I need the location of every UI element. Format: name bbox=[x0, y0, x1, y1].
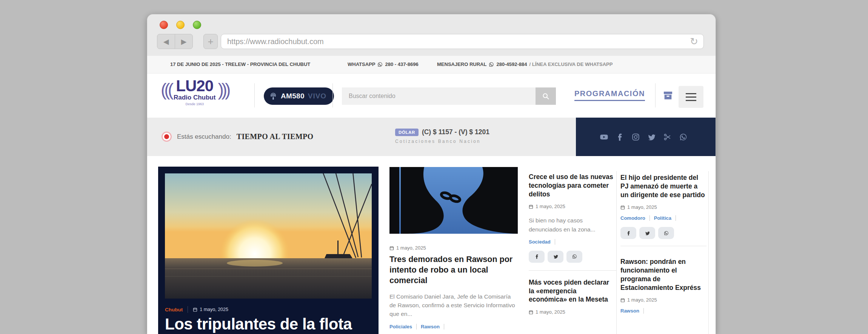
tag-link[interactable]: Rawson bbox=[620, 308, 639, 314]
whatsapp-contact: WHATSAPP 280 - 437-8696 bbox=[348, 61, 419, 67]
share-twitter-button[interactable] bbox=[639, 227, 655, 239]
twitter-icon bbox=[553, 254, 558, 259]
date-text: 1 mayo, 2025 bbox=[536, 204, 565, 209]
zoom-window-button[interactable] bbox=[193, 21, 201, 29]
browser-chrome: ◀ ▶ + https://www.radiochubut.com ↻ bbox=[147, 14, 716, 56]
calendar-icon bbox=[389, 246, 394, 250]
tag-link[interactable]: Política bbox=[654, 215, 671, 221]
share-whatsapp-button[interactable] bbox=[566, 251, 582, 263]
date-text: 1 mayo, 2025 bbox=[536, 309, 565, 315]
url-text: https://www.radiochubut.com bbox=[227, 37, 690, 46]
share-facebook-button[interactable] bbox=[529, 251, 545, 263]
featured-article-meta: Chubut 1 mayo, 2025 bbox=[165, 306, 228, 313]
calendar-icon bbox=[620, 298, 625, 302]
instagram-icon[interactable] bbox=[632, 133, 640, 141]
forward-button[interactable]: ▶ bbox=[175, 34, 193, 49]
station-label: AM580 bbox=[281, 92, 305, 100]
mensajero-number: 280-4592-884 bbox=[496, 61, 527, 67]
new-tab-button[interactable]: + bbox=[203, 34, 218, 49]
mensajero-label: MENSAJERO RURAL bbox=[437, 61, 486, 67]
address-bar[interactable]: https://www.radiochubut.com ↻ bbox=[221, 34, 704, 49]
podcast-icon bbox=[269, 92, 277, 100]
listening-label: Estás escuchando: bbox=[177, 133, 231, 141]
logo-tagline: Desde 1963 bbox=[174, 102, 215, 106]
article-title[interactable]: Rawson: pondrán en funcionamiento el pro… bbox=[620, 257, 706, 292]
calendar-icon bbox=[529, 310, 533, 314]
category-link[interactable]: Chubut bbox=[165, 307, 183, 313]
article-divider bbox=[529, 270, 616, 271]
date-location-text: 17 DE JUNIO DE 2025 - TRELEW - PROVINCIA… bbox=[170, 61, 310, 67]
dolar-widget: DÓLAR (C) $ 1157 - (V) $ 1201 Cotizacion… bbox=[395, 128, 489, 144]
facebook-icon bbox=[626, 231, 631, 236]
tag-link[interactable]: Policiales bbox=[389, 324, 412, 329]
tag-link[interactable]: Comodoro bbox=[620, 215, 645, 221]
tag-link[interactable]: Sociedad bbox=[529, 239, 551, 245]
article-column: El hijo del presidente del PJ amenazó de… bbox=[620, 173, 706, 314]
column-divider bbox=[708, 171, 709, 334]
article-date: 1 mayo, 2025 bbox=[529, 204, 616, 209]
facebook-icon bbox=[534, 254, 539, 259]
whatsapp-icon[interactable] bbox=[679, 133, 687, 141]
share-facebook-button[interactable] bbox=[620, 227, 636, 239]
reload-icon[interactable]: ↻ bbox=[690, 37, 698, 46]
site-logo[interactable]: ((( LU20 Radio Chubut Desde 1963 ))) bbox=[161, 79, 228, 106]
article-image[interactable] bbox=[389, 167, 518, 234]
article-tags: Sociedad bbox=[529, 239, 616, 245]
live-stream-button[interactable]: AM580 VIVO bbox=[264, 87, 334, 105]
minimize-window-button[interactable] bbox=[176, 21, 185, 29]
date-text: 1 mayo, 2025 bbox=[627, 204, 657, 210]
search-input[interactable] bbox=[342, 87, 536, 105]
article-excerpt: Si bien no hay casos denunciados en la z… bbox=[529, 216, 616, 234]
site-header: ((( LU20 Radio Chubut Desde 1963 ))) AM5… bbox=[147, 74, 716, 118]
article-title[interactable]: Crece el uso de las nuevas tecnologías p… bbox=[529, 173, 616, 198]
tag-divider bbox=[649, 215, 650, 221]
youtube-icon[interactable] bbox=[600, 133, 608, 141]
webpage: 17 DE JUNIO DE 2025 - TRELEW - PROVINCIA… bbox=[147, 56, 716, 334]
whatsapp-icon bbox=[572, 254, 577, 259]
dolar-value: (C) $ 1157 - (V) $ 1201 bbox=[422, 128, 489, 136]
article-title[interactable]: Tres demorados en Rawson por intento de … bbox=[389, 254, 518, 286]
now-playing: Estás escuchando: TIEMPO AL TIEMPO bbox=[162, 132, 314, 142]
tag-divider bbox=[643, 308, 644, 314]
share-buttons bbox=[529, 251, 616, 263]
article-tags: Policiales Rawson bbox=[389, 324, 518, 329]
menu-button[interactable] bbox=[679, 86, 703, 108]
archive-icon[interactable] bbox=[663, 90, 673, 101]
social-links bbox=[576, 118, 716, 156]
header-divider bbox=[254, 83, 255, 107]
article-title[interactable]: El hijo del presidente del PJ amenazó de… bbox=[620, 173, 706, 199]
date-location: 17 DE JUNIO DE 2025 - TRELEW - PROVINCIA… bbox=[170, 61, 310, 67]
dolar-badge: DÓLAR bbox=[395, 129, 419, 136]
close-window-button[interactable] bbox=[160, 21, 168, 29]
date-text: 1 mayo, 2025 bbox=[627, 297, 657, 303]
tag-divider bbox=[416, 324, 417, 329]
article-divider bbox=[620, 246, 706, 246]
article-tags: Comodoro Política bbox=[620, 215, 706, 221]
article-date: 1 mayo, 2025 bbox=[529, 309, 616, 315]
logo-text: LU20 Radio Chubut Desde 1963 bbox=[174, 79, 215, 106]
meta-divider bbox=[188, 306, 188, 313]
article-title[interactable]: Más voces piden declarar la «emergencia … bbox=[529, 278, 616, 304]
nav-programacion[interactable]: PROGRAMACIÓN bbox=[574, 89, 645, 101]
article-card: 1 mayo, 2025 Tres demorados en Rawson po… bbox=[389, 167, 518, 334]
mensajero-rural-contact: MENSAJERO RURAL 280-4592-884 / LÍNEA EXC… bbox=[437, 61, 613, 67]
back-button[interactable]: ◀ bbox=[157, 34, 175, 49]
now-playing-bar: Estás escuchando: TIEMPO AL TIEMPO DÓLAR… bbox=[147, 118, 716, 156]
news-grid: Chubut 1 mayo, 2025 Los tripulantes de l… bbox=[147, 156, 716, 334]
whatsapp-icon bbox=[377, 62, 383, 67]
whatsapp-icon bbox=[489, 62, 494, 67]
tag-link[interactable]: Rawson bbox=[421, 324, 440, 329]
share-twitter-button[interactable] bbox=[548, 251, 563, 263]
featured-article-card[interactable]: Chubut 1 mayo, 2025 Los tripulantes de l… bbox=[158, 167, 379, 334]
twitter-icon[interactable] bbox=[648, 133, 656, 141]
scissors-icon[interactable] bbox=[663, 133, 671, 141]
top-info-bar: 17 DE JUNIO DE 2025 - TRELEW - PROVINCIA… bbox=[147, 56, 716, 74]
featured-article-image[interactable] bbox=[165, 173, 372, 299]
facebook-icon[interactable] bbox=[616, 133, 624, 141]
share-whatsapp-button[interactable] bbox=[658, 227, 674, 239]
whatsapp-number: 280 - 437-8696 bbox=[385, 61, 418, 67]
show-name: TIEMPO AL TIEMPO bbox=[237, 132, 314, 141]
search-button[interactable] bbox=[536, 87, 556, 105]
featured-article-title[interactable]: Los tripulantes de la flota bbox=[165, 316, 373, 332]
search-form bbox=[342, 87, 556, 105]
